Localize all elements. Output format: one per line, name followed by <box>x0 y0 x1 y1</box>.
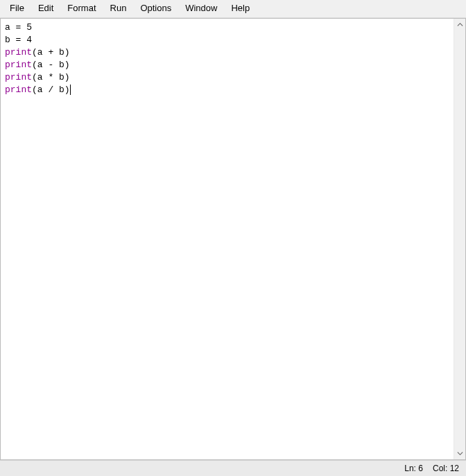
keyword-token: print <box>5 60 32 70</box>
menu-run[interactable]: Run <box>103 1 134 15</box>
keyword-token: print <box>5 72 32 82</box>
code-line: print(a + b) <box>5 46 449 59</box>
code-line: print(a - b) <box>5 59 449 71</box>
code-editor[interactable]: a = 5b = 4print(a + b)print(a - b)print(… <box>1 19 454 459</box>
code-line: print(a / b) <box>5 84 449 96</box>
menu-file[interactable]: File <box>3 1 31 15</box>
menu-format[interactable]: Format <box>60 1 103 15</box>
menu-help[interactable]: Help <box>224 1 257 15</box>
text-token: (a - b) <box>32 60 70 70</box>
code-line: print(a * b) <box>5 71 449 84</box>
menubar: FileEditFormatRunOptionsWindowHelp <box>0 0 466 18</box>
menu-edit[interactable]: Edit <box>31 1 60 15</box>
menu-window[interactable]: Window <box>178 1 224 15</box>
status-line: Ln: 6 <box>404 464 423 473</box>
text-token: b = 4 <box>5 35 32 45</box>
text-cursor <box>70 85 71 95</box>
text-token: (a * b) <box>32 72 70 82</box>
scroll-down-arrow-icon[interactable] <box>454 448 466 459</box>
text-token: a = 5 <box>5 22 32 33</box>
code-line: b = 4 <box>5 34 449 46</box>
text-token: (a + b) <box>32 47 70 58</box>
code-line: a = 5 <box>5 21 449 34</box>
menu-options[interactable]: Options <box>133 1 178 15</box>
scroll-up-arrow-icon[interactable] <box>454 19 466 30</box>
vertical-scrollbar[interactable] <box>454 19 465 459</box>
keyword-token: print <box>5 47 32 58</box>
keyword-token: print <box>5 85 32 95</box>
status-col: Col: 12 <box>433 464 459 473</box>
statusbar: Ln: 6 Col: 12 <box>0 460 466 476</box>
editor-container: a = 5b = 4print(a + b)print(a - b)print(… <box>0 18 466 460</box>
text-token: (a / b) <box>32 85 70 95</box>
